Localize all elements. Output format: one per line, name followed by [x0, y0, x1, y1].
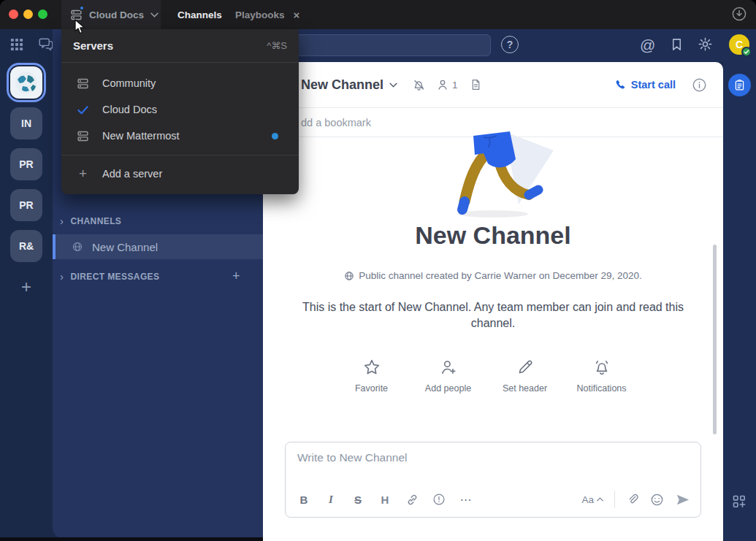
chevron-down-icon [389, 83, 397, 88]
intro-meta: Public channel created by Carrie Warner … [263, 270, 723, 281]
channels-category[interactable]: › CHANNELS [60, 215, 121, 227]
file-icon[interactable] [470, 78, 482, 91]
tab-channels[interactable]: Channels [177, 0, 222, 29]
members-button[interactable]: 1 [436, 78, 458, 91]
notifications-button[interactable]: Notifications [569, 358, 635, 394]
link-icon[interactable] [403, 491, 421, 508]
attach-icon[interactable] [626, 493, 639, 506]
team-avatar[interactable]: IN [10, 107, 42, 139]
server-unread-dot [79, 5, 85, 11]
server-icon [77, 130, 89, 142]
add-bookmark-label[interactable]: dd a bookmark [301, 117, 371, 128]
servers-menu: Servers ^⌘S Community Cloud Docs [61, 29, 299, 194]
chevron-up-icon [597, 497, 603, 502]
composer-actions: Aa [581, 491, 690, 508]
message-composer: B I S H ⋯ [285, 442, 701, 518]
close-tab-icon[interactable]: × [294, 9, 300, 21]
menu-item-cloud-docs[interactable]: Cloud Docs [61, 96, 299, 123]
apps-add-icon[interactable] [732, 494, 747, 509]
apps-grid-icon[interactable] [10, 38, 23, 51]
direct-messages-category[interactable]: › DIRECT MESSAGES [60, 270, 159, 283]
chevron-right-icon: › [60, 270, 64, 283]
help-icon[interactable]: ? [501, 36, 519, 53]
team-avatar[interactable]: PR [10, 148, 42, 180]
app-window: Cloud Docs Channels Playbooks × ? @ [0, 0, 756, 541]
menu-item-community[interactable]: Community [61, 70, 299, 96]
servers-menu-shortcut: ^⌘S [267, 40, 287, 51]
emoji-icon[interactable] [650, 493, 664, 507]
add-direct-message-button[interactable]: + [232, 269, 240, 284]
intro-heading: New Channel [263, 221, 723, 250]
mouse-cursor [74, 19, 86, 35]
strikethrough-button[interactable]: S [349, 491, 367, 508]
main-content: New Channel 1 [263, 62, 723, 541]
globe-icon [72, 241, 83, 253]
chevron-right-icon: › [60, 215, 64, 227]
phone-icon [614, 79, 626, 91]
bookmark-icon[interactable] [670, 37, 684, 52]
add-people-button[interactable]: Add people [416, 358, 481, 394]
channel-title-menu[interactable]: New Channel [301, 77, 397, 93]
bold-button[interactable]: B [295, 491, 313, 508]
download-icon[interactable] [731, 6, 747, 22]
unread-dot [272, 133, 278, 139]
online-status-badge [741, 47, 752, 57]
window-titlebar: Cloud Docs Channels Playbooks × [0, 0, 756, 29]
menu-item-new-mattermost[interactable]: New Mattermost [61, 123, 299, 149]
toolbar-divider [614, 491, 615, 508]
at-icon[interactable]: @ [640, 37, 655, 54]
add-team-button[interactable]: + [0, 277, 53, 297]
globe-icon [344, 271, 354, 281]
bell-icon [592, 358, 611, 377]
member-count: 1 [452, 80, 458, 91]
format-toggle-button[interactable]: Aa [581, 494, 603, 505]
channel-name: New Channel [92, 241, 158, 253]
plus-icon: + [77, 167, 89, 180]
clipboard-icon [733, 79, 746, 91]
globe-image [13, 69, 39, 96]
priority-icon[interactable] [430, 491, 448, 508]
chevron-down-icon [150, 12, 159, 18]
channel-intro-illustration [431, 131, 555, 220]
info-icon[interactable] [692, 77, 707, 93]
star-icon [362, 358, 381, 377]
server-tab-label: Cloud Docs [89, 9, 144, 20]
servers-menu-title: Servers [73, 39, 113, 52]
pencil-icon [516, 358, 535, 377]
more-formatting-button[interactable]: ⋯ [457, 491, 475, 508]
send-icon[interactable] [675, 492, 690, 507]
team-avatar-globe[interactable] [10, 66, 42, 99]
close-window-button[interactable] [9, 9, 18, 19]
check-icon [77, 104, 89, 116]
intro-body: This is the start of New Channel. Any te… [289, 299, 698, 331]
channel-title: New Channel [301, 77, 383, 93]
favorite-button[interactable]: Favorite [339, 358, 405, 394]
add-server-item[interactable]: + Add a server [61, 156, 299, 191]
team-sidebar: IN PR PR R& + [0, 29, 53, 538]
add-person-icon [439, 358, 458, 377]
message-input[interactable] [297, 451, 688, 476]
set-header-button[interactable]: Set header [492, 358, 558, 394]
team-avatar[interactable]: R& [10, 230, 42, 262]
server-icon [77, 77, 89, 90]
tab-playbooks[interactable]: Playbooks × [235, 0, 299, 29]
start-call-button[interactable]: Start call [614, 79, 676, 91]
minimize-window-button[interactable] [23, 9, 33, 19]
heading-button[interactable]: H [376, 491, 394, 508]
zoom-window-button[interactable] [38, 9, 47, 19]
channel-actions: Favorite Add people Set header [256, 358, 717, 394]
right-app-rail [723, 62, 756, 541]
formatting-toolbar: B I S H ⋯ [295, 491, 475, 508]
window-edge [0, 537, 263, 541]
team-avatar[interactable]: PR [10, 189, 42, 221]
scrollbar[interactable] [713, 245, 717, 434]
messages-icon[interactable] [38, 37, 54, 53]
gear-icon[interactable] [698, 37, 713, 52]
user-avatar[interactable]: C [729, 34, 749, 55]
italic-button[interactable]: I [322, 491, 340, 508]
channel-item-new-channel[interactable]: New Channel [53, 234, 263, 259]
playbooks-button[interactable] [728, 74, 751, 96]
channel-header: New Channel 1 [263, 62, 723, 108]
bell-muted-icon[interactable] [412, 78, 426, 92]
